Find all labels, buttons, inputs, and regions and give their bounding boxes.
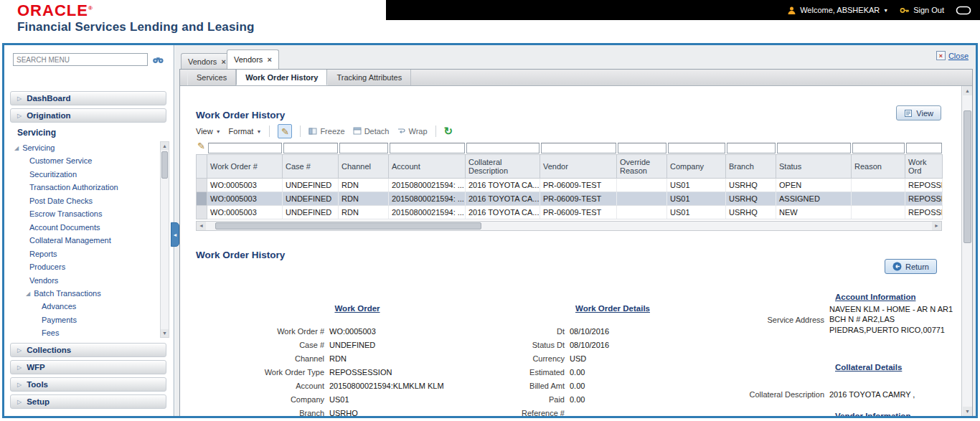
- filter-input[interactable]: [668, 143, 725, 153]
- scroll-up-icon[interactable]: ▲: [963, 86, 972, 95]
- tab-close-icon[interactable]: ×: [221, 57, 225, 66]
- close-button[interactable]: × Close: [936, 51, 969, 60]
- row-handle[interactable]: [197, 191, 207, 205]
- column-header[interactable]: Vendor: [540, 154, 617, 178]
- tree-scrollbar[interactable]: ▲ ▼: [160, 141, 169, 338]
- filter-input[interactable]: [541, 143, 616, 153]
- scroll-up-icon[interactable]: ▲: [161, 142, 169, 150]
- toolbar-separator: [269, 126, 270, 137]
- scroll-down-icon[interactable]: ▼: [963, 407, 972, 416]
- grid-section-title: Work Order History: [196, 110, 285, 120]
- sidebar-item-setup[interactable]: ▷ Setup: [10, 394, 166, 409]
- tree-item-collateral-management[interactable]: Collateral Management: [4, 234, 174, 247]
- tree-branch-label: Batch Transactions: [34, 289, 101, 298]
- tree-item-fees[interactable]: Fees: [4, 326, 174, 339]
- refresh-icon[interactable]: ↻: [444, 126, 453, 136]
- sidebar-item-tools[interactable]: ▷ Tools: [10, 377, 166, 392]
- sidebar-item-servicing[interactable]: Servicing: [10, 126, 166, 140]
- tree-item-transaction-authorization[interactable]: Transaction Authorization: [4, 181, 174, 194]
- filter-input[interactable]: [852, 143, 905, 153]
- tree-item-payments[interactable]: Payments: [4, 313, 174, 327]
- tab-vendors-2[interactable]: Vendors ×: [227, 49, 279, 69]
- filter-input[interactable]: [906, 143, 942, 153]
- table-row[interactable]: WO:0005003 UNDEFINED RDN 20150800021594:…: [197, 205, 943, 219]
- detach-icon: [353, 127, 362, 136]
- scroll-right-icon[interactable]: ►: [932, 222, 941, 230]
- filter-input[interactable]: [390, 143, 465, 153]
- column-header[interactable]: Company: [667, 154, 726, 178]
- sidebar-collapse-handle[interactable]: ◄: [171, 222, 179, 247]
- freeze-button[interactable]: Freeze: [308, 127, 344, 136]
- content-area: Vendors × Vendors × × Close Services Wor…: [175, 45, 976, 416]
- tree-expanded-icon[interactable]: ◢: [14, 145, 19, 151]
- welcome-menu[interactable]: Welcome, ABSHEKAR ▼: [787, 6, 888, 15]
- column-header[interactable]: Work Ord: [905, 154, 943, 178]
- sidebar-item-dashboard[interactable]: ▷ DashBoard: [10, 91, 166, 105]
- detach-button[interactable]: Detach: [353, 127, 390, 136]
- sidebar-item-origination[interactable]: ▷ Origination: [10, 108, 166, 123]
- column-header[interactable]: Branch: [726, 154, 776, 178]
- view-menu[interactable]: View▼: [196, 127, 221, 136]
- tree-item-advances[interactable]: Advances: [4, 300, 174, 313]
- tab-close-icon[interactable]: ×: [267, 55, 271, 64]
- field-value: 2016 TOYOTA CAMRY ,: [829, 390, 915, 399]
- tab-services[interactable]: Services: [187, 70, 236, 85]
- close-window-icon[interactable]: ×: [936, 51, 946, 60]
- sidebar-item-wfp[interactable]: ▷ WFP: [10, 360, 166, 374]
- chevron-right-icon: ▷: [17, 364, 22, 371]
- vendor-information-heading: Vendor Information: [835, 412, 910, 416]
- tab-work-order-history[interactable]: Work Order History: [236, 70, 327, 85]
- sidebar-item-collections[interactable]: ▷ Collections: [10, 343, 166, 357]
- table-row[interactable]: WO:0005003 UNDEFINED RDN 20150800021594:…: [197, 178, 943, 191]
- column-header[interactable]: Work Order #: [207, 154, 283, 178]
- tree-item-reports[interactable]: Reports: [4, 247, 174, 261]
- tree-node-batch-transactions[interactable]: ◢ Batch Transactions: [4, 287, 174, 300]
- filter-input[interactable]: [283, 143, 338, 153]
- filter-input[interactable]: [208, 143, 282, 153]
- scroll-left-icon[interactable]: ◄: [197, 222, 206, 230]
- filter-input[interactable]: [339, 143, 388, 153]
- column-header[interactable]: Reason: [852, 154, 905, 178]
- filter-input[interactable]: [466, 143, 540, 153]
- field-value: UNDEFINED: [329, 341, 375, 349]
- tree-item-account-documents[interactable]: Account Documents: [4, 221, 174, 235]
- return-button[interactable]: Return: [885, 259, 937, 274]
- horizontal-scrollbar-thumb[interactable]: [215, 222, 481, 230]
- vertical-scrollbar[interactable]: ▲ ▼: [961, 86, 972, 416]
- tab-tracking-attributes[interactable]: Tracking Attributes: [327, 70, 411, 85]
- row-handle[interactable]: [197, 205, 207, 219]
- format-menu[interactable]: Format▼: [229, 127, 262, 136]
- scroll-down-icon[interactable]: ▼: [161, 329, 169, 337]
- row-handle[interactable]: [197, 178, 207, 191]
- sign-out-button[interactable]: Sign Out: [900, 6, 944, 15]
- session-icon[interactable]: [956, 6, 971, 15]
- tree-item-producers[interactable]: Producers: [4, 260, 174, 274]
- query-by-example-button[interactable]: ✎: [278, 124, 292, 138]
- tab-vendors-1[interactable]: Vendors ×: [181, 53, 233, 69]
- column-header[interactable]: Override Reason: [617, 154, 667, 178]
- tree-item-escrow-transactions[interactable]: Escrow Transactions: [4, 207, 174, 221]
- column-header[interactable]: Status: [776, 154, 852, 178]
- filter-input[interactable]: [777, 143, 851, 153]
- vertical-scrollbar-thumb[interactable]: [963, 110, 971, 243]
- tree-item-securitization[interactable]: Securitization: [4, 168, 174, 181]
- column-header[interactable]: Account: [389, 154, 466, 178]
- tree-item-post-date-checks[interactable]: Post Date Checks: [4, 194, 174, 208]
- tree-item-vendors[interactable]: Vendors: [4, 274, 174, 288]
- tree-expanded-icon[interactable]: ◢: [26, 290, 30, 297]
- binoculars-icon[interactable]: [152, 55, 164, 65]
- sidebar-item-label: Collections: [27, 346, 71, 354]
- tree-node-servicing[interactable]: ◢ Servicing: [4, 141, 174, 154]
- filter-input[interactable]: [618, 143, 666, 153]
- search-menu-input[interactable]: [13, 53, 148, 66]
- table-row-selected[interactable]: WO:0005003 UNDEFINED RDN 20150800021594:…: [197, 191, 943, 205]
- horizontal-scrollbar[interactable]: ◄ ►: [196, 221, 942, 231]
- column-header[interactable]: Collateral Description: [466, 154, 540, 178]
- tree-scrollbar-thumb[interactable]: [161, 151, 168, 179]
- filter-input[interactable]: [727, 143, 776, 153]
- column-header[interactable]: Case #: [283, 154, 339, 178]
- wrap-button[interactable]: Wrap: [397, 127, 427, 136]
- tree-item-customer-service[interactable]: Customer Service: [4, 154, 174, 168]
- view-button[interactable]: View: [896, 105, 941, 120]
- column-header[interactable]: Channel: [339, 154, 389, 178]
